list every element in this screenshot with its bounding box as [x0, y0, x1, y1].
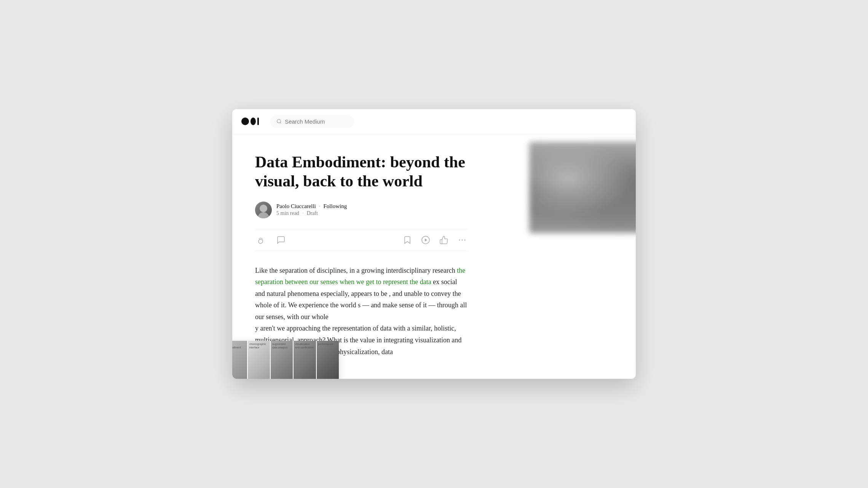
svg-point-3: [277, 119, 281, 123]
thumbnail-5: visualization and sonification: [294, 341, 316, 379]
author-name-row: Paolo Ciuccarelli · Following: [276, 203, 347, 210]
clap-icon: [257, 235, 266, 245]
meta-separator: ·: [302, 210, 304, 216]
separator-dot: ·: [319, 203, 321, 210]
author-info: Paolo Ciuccarelli · Following 5 min read…: [276, 203, 347, 216]
comment-button[interactable]: [275, 234, 287, 246]
thumbnail-3: choreographic interface: [248, 341, 271, 379]
svg-rect-2: [257, 118, 259, 125]
like-button[interactable]: [438, 234, 450, 246]
like-icon: [439, 235, 448, 245]
meta-row: 5 min read · Draft: [276, 210, 347, 216]
browser-window: Data Embodiment: beyond the visual, back…: [232, 109, 636, 379]
listen-icon: [421, 235, 430, 245]
search-icon: [276, 118, 282, 124]
svg-point-9: [464, 239, 466, 240]
more-button[interactable]: [456, 234, 468, 246]
thumb-label-4: augmented data analysis: [272, 342, 291, 349]
hero-image: [529, 142, 636, 233]
bookmark-icon: [403, 235, 412, 245]
thumb-label-5: visualization and sonification: [295, 342, 314, 349]
svg-line-4: [280, 122, 281, 124]
svg-point-0: [241, 118, 249, 125]
search-bar[interactable]: [270, 115, 354, 128]
svg-point-8: [462, 239, 463, 240]
medium-logo[interactable]: [241, 115, 263, 127]
following-label[interactable]: Following: [323, 203, 347, 210]
thumbnail-2: data embodiment: [232, 341, 248, 379]
comment-icon: [276, 235, 286, 245]
article-title: Data Embodiment: beyond the visual, back…: [255, 153, 468, 191]
article-status: Draft: [306, 210, 318, 216]
navbar: [232, 109, 636, 134]
svg-point-1: [251, 118, 256, 125]
content-area: Data Embodiment: beyond the visual, back…: [232, 134, 636, 379]
read-time: 5 min read: [276, 210, 299, 216]
svg-marker-6: [425, 238, 427, 242]
clap-button[interactable]: [255, 234, 267, 246]
thumb-label-6: performance: [318, 342, 337, 346]
thumb-label-3: choreographic interface: [249, 342, 268, 349]
action-bar: [255, 229, 468, 251]
thumbnail-strip: data analysis data embodiment choreograp…: [232, 341, 339, 379]
thumbnail-6: performance: [317, 341, 339, 379]
action-left: [255, 234, 401, 246]
thumbnail-4: augmented data analysis: [271, 341, 294, 379]
svg-point-7: [459, 239, 460, 240]
more-icon: [458, 235, 467, 245]
search-input[interactable]: [285, 118, 348, 125]
thumb-label-2: data embodiment: [232, 342, 246, 349]
author-name[interactable]: Paolo Ciuccarelli: [276, 203, 316, 210]
avatar[interactable]: [255, 202, 272, 218]
bookmark-button[interactable]: [401, 234, 413, 246]
action-right: [401, 234, 468, 246]
listen-button[interactable]: [420, 234, 432, 246]
